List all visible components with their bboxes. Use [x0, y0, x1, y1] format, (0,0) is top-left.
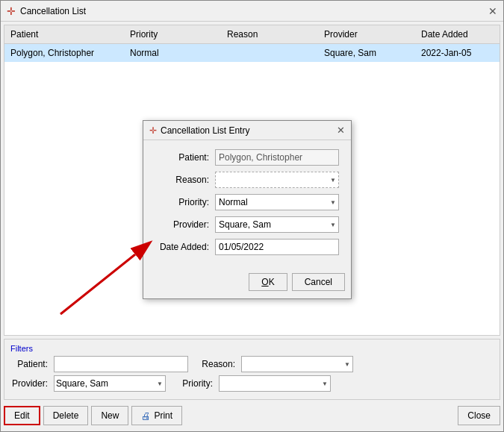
ok-label: OK: [261, 277, 274, 287]
form-provider-label: Provider:: [155, 219, 215, 230]
form-row-reason: Reason:: [155, 172, 339, 188]
delete-button[interactable]: Delete: [43, 406, 89, 425]
form-row-date-added: Date Added:: [155, 239, 339, 255]
filter-reason-wrapper: [241, 356, 353, 372]
form-reason-select[interactable]: [215, 172, 339, 188]
col-header-patient: Patient: [7, 28, 127, 41]
form-date-added-label: Date Added:: [155, 242, 215, 252]
col-header-priority: Priority: [127, 28, 224, 41]
form-patient-label: Patient:: [155, 152, 215, 163]
filter-patient-input[interactable]: [54, 356, 188, 372]
filters-label: Filters: [10, 344, 494, 353]
edit-button[interactable]: Edit: [4, 406, 40, 425]
filters-row-2: Provider: Square, Sam Priority:: [10, 375, 494, 392]
form-patient-input[interactable]: [215, 149, 339, 166]
buttons-row: Edit Delete New 🖨 Print Close: [4, 403, 500, 428]
app-icon: ✛: [7, 5, 16, 17]
modal-title-bar: ✛ Cancellation List Entry ✕: [143, 121, 351, 140]
modal-body: Patient: Reason: Priority:: [143, 140, 351, 270]
filter-provider-wrapper: Square, Sam: [54, 375, 166, 392]
modal-cancel-button[interactable]: Cancel: [292, 273, 345, 291]
modal-ok-button[interactable]: OK: [249, 273, 287, 291]
cell-reason: [224, 46, 321, 60]
window-close-button[interactable]: ✕: [488, 6, 497, 16]
form-row-patient: Patient:: [155, 149, 339, 166]
filters-section: Filters Patient: Reason: Provider: Squar…: [4, 339, 500, 400]
print-button[interactable]: 🖨 Print: [131, 406, 182, 425]
cell-provider: Square, Sam: [321, 46, 418, 60]
close-label: Close: [467, 410, 491, 421]
filter-reason-label: Reason:: [194, 359, 235, 369]
form-priority-wrapper: Normal: [215, 194, 339, 210]
filter-reason-select[interactable]: [241, 356, 353, 372]
cancel-label: Cancel: [305, 277, 332, 287]
modal-icon: ✛: [149, 125, 157, 136]
form-row-priority: Priority: Normal: [155, 194, 339, 210]
new-button[interactable]: New: [91, 406, 128, 425]
table-row[interactable]: Polygon, Christopher Normal Square, Sam …: [4, 44, 500, 62]
table-header: Patient Priority Reason Provider Date Ad…: [4, 25, 500, 44]
edit-label: Edit: [14, 410, 30, 421]
filter-patient-label: Patient:: [10, 359, 48, 369]
print-label: Print: [154, 410, 172, 421]
modal-title: Cancellation List Entry: [161, 125, 249, 136]
form-date-added-input[interactable]: [215, 239, 339, 255]
filter-priority-wrapper: [219, 375, 331, 392]
col-header-date-added: Date Added: [418, 28, 497, 41]
modal-title-left: ✛ Cancellation List Entry: [149, 125, 249, 136]
new-label: New: [101, 410, 119, 421]
filter-priority-label: Priority:: [172, 378, 213, 389]
cell-priority: Normal: [127, 46, 224, 60]
modal-close-button[interactable]: ✕: [337, 125, 345, 135]
window-title: Cancellation List: [20, 6, 86, 16]
cell-date-added: 2022-Jan-05: [418, 46, 497, 60]
filters-row-1: Patient: Reason:: [10, 356, 494, 372]
form-provider-select[interactable]: Square, Sam: [215, 216, 339, 233]
modal-dialog: ✛ Cancellation List Entry ✕ Patient: Rea…: [143, 120, 352, 299]
filter-priority-select[interactable]: [219, 375, 331, 392]
filter-provider-label: Provider:: [10, 378, 48, 389]
printer-icon: 🖨: [141, 410, 151, 422]
title-bar-left: ✛ Cancellation List: [7, 5, 86, 17]
close-button[interactable]: Close: [458, 406, 500, 425]
title-bar: ✛ Cancellation List ✕: [1, 1, 503, 22]
form-reason-wrapper: [215, 172, 339, 188]
form-reason-label: Reason:: [155, 175, 215, 185]
form-priority-select[interactable]: Normal: [215, 194, 339, 210]
modal-buttons: OK Cancel: [143, 270, 351, 298]
form-provider-wrapper: Square, Sam: [215, 216, 339, 233]
main-window: ✛ Cancellation List ✕ Patient Priority R…: [0, 0, 504, 432]
form-priority-label: Priority:: [155, 197, 215, 207]
filter-provider-select[interactable]: Square, Sam: [54, 375, 166, 392]
delete-label: Delete: [53, 410, 79, 421]
col-header-provider: Provider: [321, 28, 418, 41]
col-header-reason: Reason: [224, 28, 321, 41]
cell-patient: Polygon, Christopher: [7, 46, 127, 60]
form-row-provider: Provider: Square, Sam: [155, 216, 339, 233]
